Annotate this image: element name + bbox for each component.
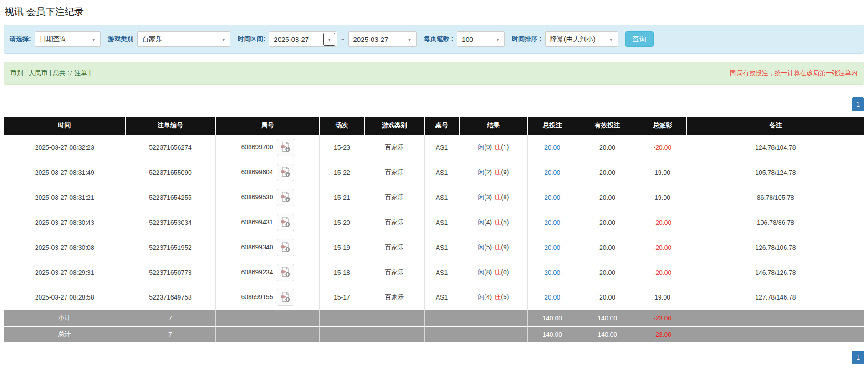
- cell-total-bet: 20.00: [528, 285, 577, 310]
- round-id-text: 608699431: [241, 218, 273, 225]
- cell-time: 2025-03-27 08:31:21: [4, 185, 125, 210]
- page-size-label: 每页笔数 :: [424, 35, 454, 43]
- cell-game: 百家乐: [364, 235, 424, 260]
- cell-payout: -20.00: [638, 135, 687, 160]
- cell-table-no: AS1: [424, 235, 459, 260]
- cell-payout: -20.00: [638, 210, 687, 235]
- search-button[interactable]: 查询: [625, 31, 654, 47]
- query-type-value: 日期查询: [35, 35, 87, 44]
- result-banker-value: (8): [501, 193, 509, 201]
- video-replay-button[interactable]: [277, 239, 294, 256]
- result-player-label: 闲: [478, 168, 484, 176]
- video-replay-button[interactable]: [277, 164, 294, 181]
- date-range-label: 时间区间:: [238, 35, 266, 43]
- total-bet-link[interactable]: 20.00: [544, 219, 560, 226]
- table-body: 2025-03-27 08:32:23 522371656274 6086997…: [4, 135, 864, 310]
- result-player-value: (8): [484, 269, 492, 276]
- cell-round-id: 608699530: [215, 185, 320, 210]
- video-replay-button[interactable]: [277, 264, 294, 281]
- game-category-label: 游戏类别: [108, 35, 133, 43]
- cell-bet-id: 522371649758: [125, 285, 215, 310]
- round-id-text: 608699700: [241, 143, 273, 150]
- header-remark: 备注: [687, 117, 864, 135]
- header-round-id: 局号: [215, 117, 320, 135]
- header-bet-id: 注单编号: [125, 117, 215, 135]
- video-file-icon: [280, 297, 291, 304]
- cell-valid-bet: 20.00: [577, 235, 638, 260]
- date-from-select[interactable]: 2025-03-27 ▾: [269, 31, 337, 47]
- bet-records-table: 时间 注单编号 局号 场次 游戏类别 桌号 结果 总投注 有效投注 总派彩 备注…: [4, 117, 864, 343]
- date-from-value: 2025-03-27: [269, 36, 323, 43]
- table-row: 2025-03-27 08:30:43 522371653034 6086994…: [4, 210, 864, 235]
- total-payout: -23.00: [638, 326, 687, 343]
- cell-time: 2025-03-27 08:30:08: [4, 235, 125, 260]
- cell-valid-bet: 20.00: [577, 210, 638, 235]
- cell-table-no: AS1: [424, 135, 459, 160]
- result-player-value: (2): [484, 168, 492, 176]
- total-bet-link[interactable]: 20.00: [544, 294, 560, 301]
- total-bet-link[interactable]: 20.00: [544, 269, 560, 276]
- chevron-down-icon: ▾: [323, 33, 335, 46]
- date-to-value: 2025-03-27: [349, 36, 403, 43]
- pagination-top: 1: [4, 97, 864, 111]
- cell-result: 闲(3)庄(8): [459, 185, 528, 210]
- chevron-down-icon: ▾: [605, 37, 618, 42]
- chevron-down-icon: ▾: [491, 37, 504, 42]
- result-banker-value: (0): [501, 269, 509, 276]
- cell-table-no: AS1: [424, 210, 459, 235]
- cell-valid-bet: 20.00: [577, 285, 638, 310]
- cell-table-no: AS1: [424, 260, 459, 285]
- info-bar: 币别 : 人民币 | 总共 :7 注单 | 同局有效投注，统一计算在该局第一张注…: [4, 62, 864, 85]
- game-category-select[interactable]: 百家乐 ▾: [137, 31, 230, 47]
- table-row: 2025-03-27 08:28:58 522371649758 6086991…: [4, 285, 864, 310]
- result-banker-value: (9): [501, 244, 509, 251]
- video-file-icon: [280, 172, 291, 179]
- cell-time: 2025-03-27 08:29:31: [4, 260, 125, 285]
- page-1-button[interactable]: 1: [852, 97, 864, 111]
- cell-session: 15-21: [320, 185, 364, 210]
- result-banker-value: (5): [501, 293, 509, 300]
- pagination-bottom: 1: [4, 351, 864, 364]
- cell-game: 百家乐: [364, 135, 424, 160]
- result-banker-label: 庄: [495, 143, 501, 151]
- result-player-label: 闲: [478, 143, 484, 151]
- cell-bet-id: 522371656274: [125, 135, 215, 160]
- cell-table-no: AS1: [424, 285, 459, 310]
- result-banker-label: 庄: [495, 244, 501, 251]
- cell-session: 15-23: [320, 135, 364, 160]
- subtotal-row: 小计 7 140.00 140.00 -23.00: [4, 310, 864, 326]
- cell-payout: -20.00: [638, 235, 687, 260]
- result-player-label: 闲: [478, 244, 484, 251]
- cell-round-id: 608699234: [215, 260, 320, 285]
- total-bet-link[interactable]: 20.00: [544, 194, 560, 201]
- query-type-select[interactable]: 日期查询 ▾: [35, 31, 101, 47]
- video-replay-button[interactable]: [277, 214, 294, 231]
- time-sort-label: 时间排序 :: [512, 35, 541, 43]
- result-banker-label: 庄: [495, 269, 501, 276]
- result-banker-value: (1): [501, 143, 509, 151]
- header-session: 场次: [320, 117, 364, 135]
- time-sort-select[interactable]: 降冪(由大到小) ▾: [545, 31, 618, 47]
- header-result: 结果: [459, 117, 528, 135]
- page-size-value: 100: [457, 36, 491, 43]
- total-bet-link[interactable]: 20.00: [544, 144, 560, 151]
- cell-time: 2025-03-27 08:32:23: [4, 135, 125, 160]
- cell-table-no: AS1: [424, 185, 459, 210]
- result-player-value: (4): [484, 293, 492, 300]
- table-row: 2025-03-27 08:31:21 522371654255 6086995…: [4, 185, 864, 210]
- video-file-icon: [280, 247, 291, 254]
- page-size-select[interactable]: 100 ▾: [457, 31, 505, 47]
- total-bet-link[interactable]: 20.00: [544, 169, 560, 176]
- result-player-label: 闲: [478, 293, 484, 300]
- video-replay-button[interactable]: [277, 289, 294, 306]
- result-player-label: 闲: [478, 193, 484, 201]
- video-replay-button[interactable]: [277, 139, 294, 156]
- video-file-icon: [280, 147, 291, 154]
- cell-game: 百家乐: [364, 160, 424, 185]
- video-replay-button[interactable]: [277, 189, 294, 206]
- page-1-button[interactable]: 1: [852, 351, 864, 364]
- cell-payout: 19.00: [638, 285, 687, 310]
- date-to-select[interactable]: 2025-03-27 ▾: [348, 31, 417, 47]
- cell-total-bet: 20.00: [528, 185, 577, 210]
- total-bet-link[interactable]: 20.00: [544, 244, 560, 251]
